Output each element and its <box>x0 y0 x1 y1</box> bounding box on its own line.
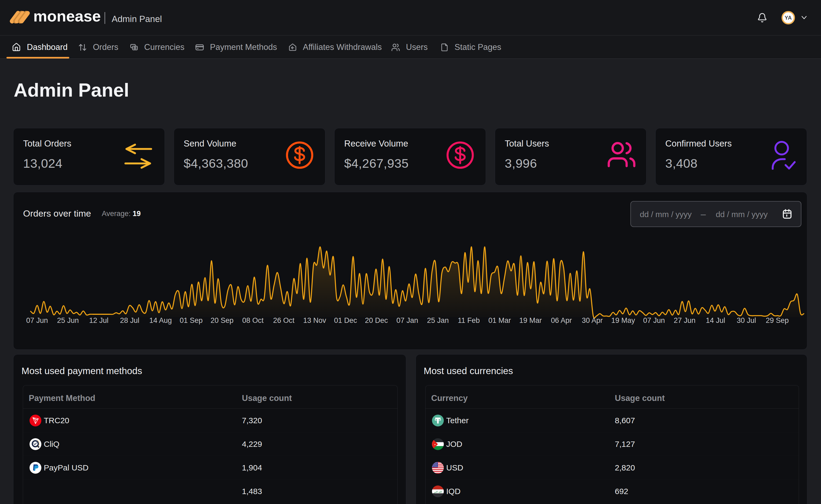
svg-text:الله اكبر: الله اكبر <box>434 491 442 493</box>
